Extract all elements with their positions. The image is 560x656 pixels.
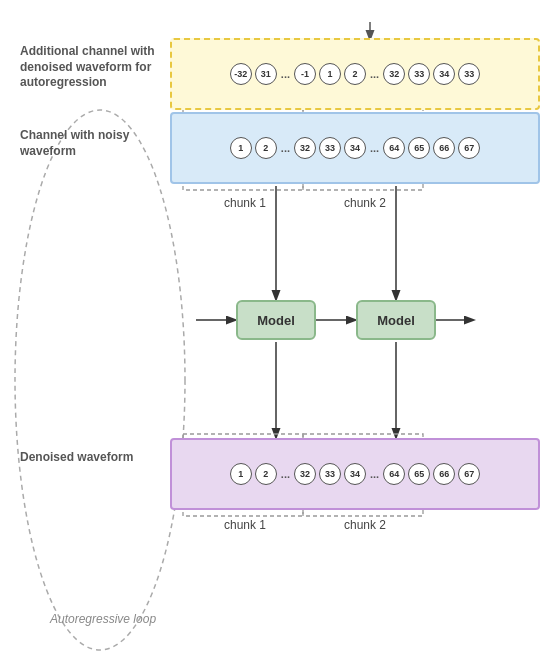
noisy-2: 2: [255, 137, 277, 159]
autoregressive-loop-label: Autoregressive loop: [50, 612, 156, 626]
denoised-33: 33: [319, 463, 341, 485]
model1-label: Model: [257, 313, 295, 328]
denoised-65: 65: [408, 463, 430, 485]
circle-32a: 32: [383, 63, 405, 85]
noisy-34: 34: [344, 137, 366, 159]
circle-33a: 33: [408, 63, 430, 85]
noisy-67: 67: [458, 137, 480, 159]
diagram-container: -32 31 ... -1 1 2 ... 32 33 34 33 Additi…: [0, 0, 560, 656]
noisy-32: 32: [294, 137, 316, 159]
model1-box: Model: [236, 300, 316, 340]
noisy-65: 65: [408, 137, 430, 159]
denoised-64: 64: [383, 463, 405, 485]
channel-noisy: 1 2 ... 32 33 34 ... 64 65 66 67: [170, 112, 540, 184]
noisy-66: 66: [433, 137, 455, 159]
circle-neg1: -1: [294, 63, 316, 85]
circle-34a: 34: [433, 63, 455, 85]
noisy-33: 33: [319, 137, 341, 159]
circle-1a: 1: [319, 63, 341, 85]
channel-additional: -32 31 ... -1 1 2 ... 32 33 34 33: [170, 38, 540, 110]
noisy-64: 64: [383, 137, 405, 159]
svg-point-0: [15, 110, 185, 650]
denoised-chunk1-label: chunk 1: [205, 518, 285, 532]
additional-channel-label: Additional channel with denoised wavefor…: [20, 44, 160, 91]
circle-2a: 2: [344, 63, 366, 85]
denoised-2: 2: [255, 463, 277, 485]
denoised-1: 1: [230, 463, 252, 485]
circle-31: 31: [255, 63, 277, 85]
channel-denoised: 1 2 ... 32 33 34 ... 64 65 66 67: [170, 438, 540, 510]
noisy-1: 1: [230, 137, 252, 159]
denoised-34: 34: [344, 463, 366, 485]
denoised-67: 67: [458, 463, 480, 485]
noisy-chunk2-label: chunk 2: [325, 196, 405, 210]
denoised-32: 32: [294, 463, 316, 485]
denoised-chunk2-label: chunk 2: [325, 518, 405, 532]
denoised-channel-label: Denoised waveform: [20, 450, 160, 466]
circle-neg32: -32: [230, 63, 252, 85]
circle-33b: 33: [458, 63, 480, 85]
denoised-66: 66: [433, 463, 455, 485]
model2-box: Model: [356, 300, 436, 340]
model2-label: Model: [377, 313, 415, 328]
noisy-channel-label: Channel with noisy waveform: [20, 128, 160, 159]
noisy-chunk1-label: chunk 1: [205, 196, 285, 210]
